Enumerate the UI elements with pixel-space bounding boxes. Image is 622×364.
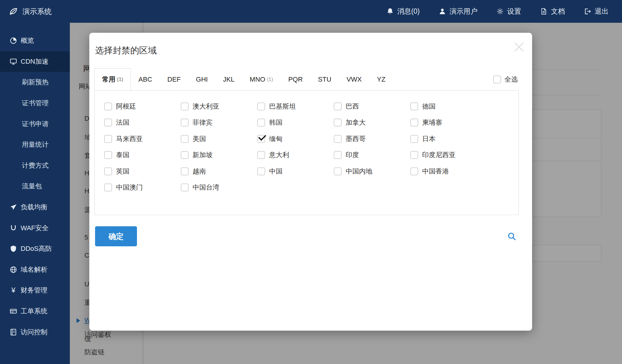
region-checkbox[interactable]	[181, 167, 189, 175]
topbar-item[interactable]: 演示用户	[439, 7, 477, 16]
region-checkbox[interactable]	[257, 167, 265, 175]
sidebar-item[interactable]: 工单系统	[0, 301, 70, 322]
region-checkbox[interactable]	[257, 119, 265, 126]
tab-label: STU	[318, 76, 331, 83]
region-checkbox[interactable]	[334, 135, 342, 143]
region-checkbox[interactable]	[104, 103, 112, 110]
region-checkbox[interactable]	[257, 135, 265, 143]
region-checkbox[interactable]	[410, 167, 418, 175]
region-checkbox[interactable]	[410, 103, 418, 110]
region-checkbox[interactable]	[181, 103, 189, 110]
topbar-item[interactable]: 文档	[540, 7, 565, 16]
sidebar-item[interactable]: 证书申请	[0, 113, 70, 134]
region-item[interactable]: 阿根廷	[104, 102, 181, 111]
region-item[interactable]: 中国澳门	[104, 183, 181, 192]
tab-label: ABC	[138, 76, 152, 83]
region-checkbox[interactable]	[410, 135, 418, 143]
region-item[interactable]: 日本	[410, 134, 487, 143]
sidebar-item[interactable]: 刷新预热	[0, 72, 70, 93]
sidebar-item[interactable]: 概览	[0, 30, 70, 51]
sidebar-item[interactable]: 流量包	[0, 176, 70, 197]
region-label: 菲律宾	[193, 118, 213, 127]
sidebar-item-label: 访问控制	[21, 328, 47, 337]
region-item[interactable]: 印度	[334, 150, 410, 160]
region-item[interactable]: 意大利	[257, 150, 334, 160]
sidebar-item[interactable]: DDoS高防	[0, 238, 70, 259]
region-item[interactable]: 越南	[181, 167, 257, 176]
region-checkbox[interactable]	[104, 184, 112, 191]
region-item[interactable]: 加拿大	[334, 118, 410, 127]
topbar-item[interactable]: 退出	[584, 7, 609, 16]
region-item[interactable]: 马来西亚	[104, 134, 181, 143]
tab-STU[interactable]: STU	[310, 68, 339, 90]
region-item[interactable]: 澳大利亚	[181, 102, 257, 111]
region-checkbox[interactable]	[181, 184, 189, 191]
sidebar-item[interactable]: 域名解析	[0, 259, 70, 280]
sidebar-item[interactable]: CDN加速	[0, 51, 70, 72]
region-item[interactable]: 印度尼西亚	[410, 150, 487, 160]
region-checkbox[interactable]	[181, 119, 189, 126]
sidebar-item[interactable]: 计费方式	[0, 155, 70, 176]
region-checkbox[interactable]	[334, 151, 342, 159]
region-item[interactable]: 韩国	[257, 118, 334, 127]
region-checkbox[interactable]	[104, 167, 112, 175]
sidebar-item[interactable]: 负载均衡	[0, 197, 70, 218]
region-checkbox[interactable]	[181, 135, 189, 143]
region-checkbox[interactable]	[334, 103, 342, 110]
region-item[interactable]: 柬埔寨	[410, 118, 487, 127]
region-item[interactable]: 巴西	[334, 102, 410, 111]
sidebar-item[interactable]: ¥财务管理	[0, 280, 70, 301]
region-item[interactable]: 中国香港	[410, 167, 487, 176]
tab-MNO[interactable]: MNO(1)	[242, 68, 281, 90]
tab-DEF[interactable]: DEF	[160, 68, 188, 90]
region-checkbox[interactable]	[257, 151, 265, 159]
search-icon[interactable]	[507, 231, 517, 241]
tab-YZ[interactable]: YZ	[369, 68, 393, 90]
region-checkbox[interactable]	[410, 119, 418, 126]
sidebar-item[interactable]: 用量统计	[0, 134, 70, 155]
region-item[interactable]: 中国	[257, 167, 334, 176]
topbar-item[interactable]: 消息(0)	[386, 7, 420, 16]
region-item[interactable]: 巴基斯坦	[257, 102, 334, 111]
globe-icon	[9, 266, 17, 274]
region-item[interactable]: 法国	[104, 118, 181, 127]
tab-JKL[interactable]: JKL	[215, 68, 242, 90]
region-checkbox[interactable]	[334, 167, 342, 175]
sidebar-item[interactable]: WAF安全	[0, 217, 70, 238]
tab-常用[interactable]: 常用(1)	[94, 68, 131, 90]
region-item[interactable]: 菲律宾	[181, 118, 257, 127]
region-item[interactable]: 英国	[104, 167, 181, 176]
region-checkbox[interactable]	[257, 103, 265, 110]
tab-VWX[interactable]: VWX	[339, 68, 369, 90]
region-item[interactable]: 中国内地	[334, 167, 410, 176]
dashboard-icon	[9, 37, 17, 45]
region-checkbox[interactable]	[181, 151, 189, 159]
gear-icon	[496, 8, 504, 15]
region-checkbox[interactable]	[104, 119, 112, 126]
tab-label: VWX	[347, 76, 362, 83]
sidebar-item[interactable]: 证书管理	[0, 93, 70, 114]
tab-PQR[interactable]: PQR	[281, 68, 310, 90]
region-item[interactable]: 墨西哥	[334, 134, 410, 143]
region-checkbox[interactable]	[334, 119, 342, 126]
tab-GHI[interactable]: GHI	[188, 68, 215, 90]
region-item[interactable]: 缅甸	[257, 134, 334, 143]
region-item[interactable]: 美国	[181, 134, 257, 143]
region-checkbox[interactable]	[104, 151, 112, 159]
region-checkbox[interactable]	[104, 135, 112, 143]
region-label: 巴基斯坦	[269, 102, 296, 111]
region-item[interactable]: 德国	[410, 102, 487, 111]
region-item[interactable]: 中国台湾	[181, 183, 257, 192]
sidebar-item[interactable]: 访问控制	[0, 322, 70, 342]
bell-icon	[386, 8, 394, 15]
tab-ABC[interactable]: ABC	[131, 68, 160, 90]
close-icon[interactable]	[512, 40, 526, 54]
confirm-button[interactable]: 确定	[95, 226, 137, 246]
region-label: 中国内地	[346, 167, 372, 176]
topbar-item[interactable]: 设置	[496, 7, 521, 16]
region-item[interactable]: 泰国	[104, 150, 181, 160]
region-item[interactable]: 新加坡	[181, 150, 257, 160]
region-checkbox[interactable]	[410, 151, 418, 159]
select-all[interactable]: 全选	[493, 68, 518, 90]
select-all-checkbox[interactable]	[493, 76, 501, 83]
